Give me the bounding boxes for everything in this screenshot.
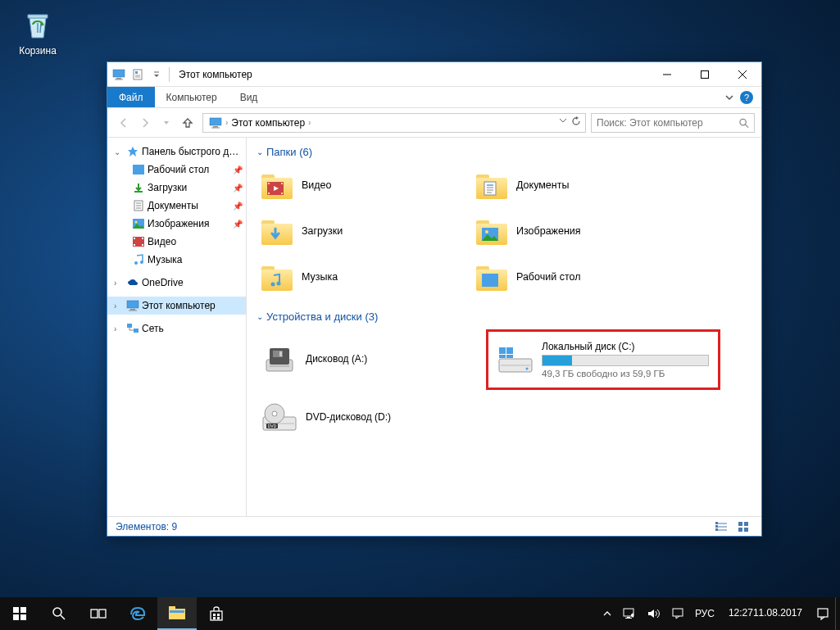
minimize-button[interactable] (648, 62, 686, 87)
folder-documents[interactable]: Документы (471, 165, 678, 206)
svg-text:DVD: DVD (268, 424, 277, 428)
tab-file[interactable]: Файл (107, 87, 155, 107)
forward-button[interactable] (135, 113, 155, 133)
show-desktop[interactable] (835, 597, 840, 630)
view-tiles-button[interactable] (735, 519, 753, 534)
pin-icon: 📌 (233, 184, 243, 193)
tree-videos[interactable]: Видео (107, 233, 246, 251)
tray-tooltip-icon[interactable] (666, 597, 689, 630)
svg-point-84 (53, 608, 61, 616)
drive-local-c[interactable]: Локальный диск (C:) 49,3 ГБ свободно из … (493, 336, 714, 383)
tree-music[interactable]: Музыка (107, 251, 246, 269)
tree-documents[interactable]: Документы 📌 (107, 197, 246, 215)
explorer-button[interactable] (157, 597, 197, 630)
svg-rect-91 (211, 611, 222, 620)
ribbon-expand-icon[interactable] (725, 90, 733, 105)
start-button[interactable] (0, 597, 39, 630)
chevron-right-icon[interactable]: › (114, 279, 124, 288)
folder-music[interactable]: Музыка (257, 256, 463, 297)
recycle-bin[interactable]: Корзина (13, 7, 62, 57)
drive-floppy[interactable]: Дисковод (A:) (257, 329, 478, 390)
qat-dropdown-icon[interactable] (148, 66, 165, 83)
section-label: Папки (6) (266, 146, 312, 158)
search-button[interactable] (39, 597, 79, 630)
tray-volume-icon[interactable] (642, 597, 666, 630)
recycle-bin-icon (20, 7, 56, 43)
window-title: Этот компьютер (179, 69, 252, 80)
item-label: Музыка (302, 271, 338, 283)
close-button[interactable] (724, 62, 761, 87)
address-dropdown-icon[interactable] (559, 116, 567, 129)
store-button[interactable] (197, 597, 236, 630)
svg-rect-81 (20, 607, 26, 613)
svg-rect-80 (13, 607, 19, 613)
edge-button[interactable] (118, 597, 157, 630)
svg-rect-1 (116, 78, 121, 79)
tree-desktop[interactable]: Рабочий стол 📌 (107, 161, 246, 179)
window-icon[interactable] (111, 66, 127, 83)
tray-network-icon[interactable] (617, 597, 642, 630)
videos-icon (132, 235, 145, 248)
content-pane: ⌄ Папки (6) Видео Документы Загрузки (247, 138, 761, 516)
section-drives-header[interactable]: ⌄ Устройства и диски (3) (257, 310, 751, 323)
tray-notifications-icon[interactable] (810, 597, 835, 630)
folder-pictures[interactable]: Изображения (471, 211, 678, 252)
svg-rect-4 (135, 71, 138, 74)
tray-chevron-icon[interactable] (597, 597, 617, 630)
up-button[interactable] (178, 113, 198, 133)
drive-dvd[interactable]: DVD DVD-дисковод (D:) (257, 395, 478, 441)
tree-downloads[interactable]: Загрузки 📌 (107, 179, 246, 197)
svg-rect-29 (142, 244, 143, 246)
svg-rect-74 (715, 525, 718, 528)
help-icon[interactable]: ? (740, 91, 753, 104)
section-folders-header[interactable]: ⌄ Папки (6) (257, 146, 751, 158)
item-label: Дисковод (A:) (306, 353, 473, 365)
address-bar[interactable]: › Этот компьютер › (202, 113, 586, 133)
recent-dropdown[interactable] (157, 113, 176, 133)
tab-computer[interactable]: Компьютер (155, 87, 229, 107)
svg-rect-41 (281, 193, 283, 194)
qat-properties-icon[interactable] (129, 66, 146, 83)
svg-point-15 (740, 119, 746, 125)
svg-rect-87 (99, 610, 106, 618)
search-box[interactable] (591, 113, 755, 133)
tree-onedrive[interactable]: › OneDrive (107, 274, 246, 292)
folder-videos[interactable]: Видео (257, 165, 463, 206)
view-details-button[interactable] (712, 519, 730, 534)
svg-point-48 (485, 230, 488, 233)
maximize-button[interactable] (686, 62, 724, 87)
chevron-right-icon[interactable]: › (114, 301, 124, 310)
svg-rect-83 (20, 614, 26, 620)
chevron-down-icon: ⌄ (257, 312, 263, 321)
tree-label: Загрузки (148, 182, 230, 193)
chevron-down-icon[interactable]: ⌄ (114, 147, 124, 156)
svg-rect-63 (506, 355, 513, 358)
back-button[interactable] (114, 113, 134, 133)
tree-label: Сеть (142, 323, 243, 334)
tab-view[interactable]: Вид (229, 87, 270, 107)
chevron-right-icon[interactable]: › (114, 324, 124, 333)
tree-label: Изображения (148, 218, 230, 229)
tree-quick-access[interactable]: ⌄ Панель быстрого доступа (107, 143, 246, 161)
svg-rect-27 (134, 244, 135, 246)
tree-pictures[interactable]: Изображения 📌 (107, 215, 246, 233)
pin-icon: 📌 (233, 202, 243, 211)
svg-rect-2 (115, 79, 123, 79)
search-input[interactable] (597, 117, 738, 129)
clock-date: 11.08.2017 (753, 607, 802, 620)
svg-rect-99 (673, 609, 683, 616)
highlight-annotation: Локальный диск (C:) 49,3 ГБ свободно из … (486, 329, 720, 390)
svg-point-24 (135, 221, 138, 224)
tray-clock[interactable]: 12:27 11.08.2017 (720, 597, 810, 630)
tray-language[interactable]: РУС (689, 597, 720, 630)
tree-this-pc[interactable]: › Этот компьютер (107, 297, 246, 315)
tree-network[interactable]: › Сеть (107, 320, 246, 338)
dvd-icon: DVD (261, 400, 297, 436)
desktop-icon (132, 163, 145, 176)
folder-desktop[interactable]: Рабочий стол (471, 256, 678, 297)
folder-downloads[interactable]: Загрузки (257, 211, 463, 252)
breadcrumb-pc[interactable]: › Этот компьютер › (207, 117, 313, 129)
svg-rect-98 (625, 618, 632, 619)
taskview-button[interactable] (79, 597, 118, 630)
refresh-icon[interactable] (570, 116, 582, 129)
